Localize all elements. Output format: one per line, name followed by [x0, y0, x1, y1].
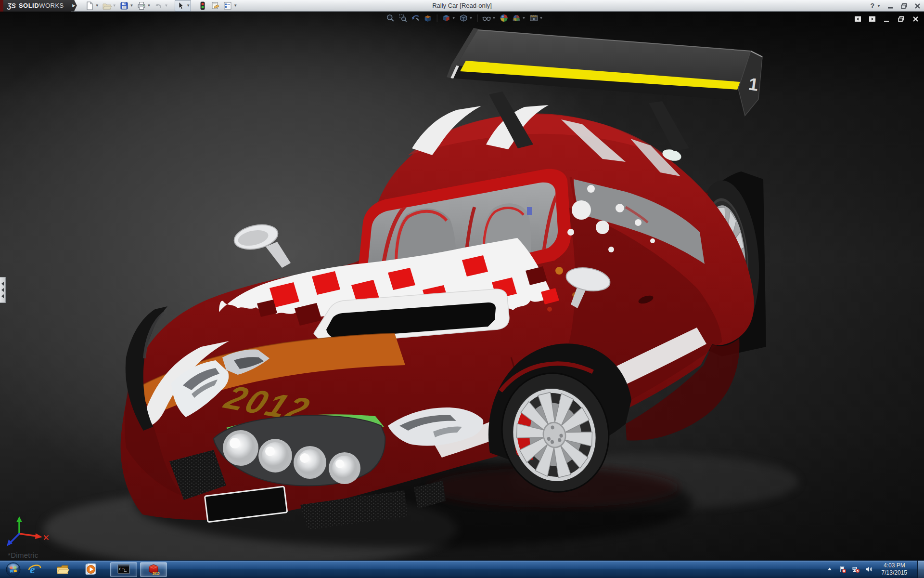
- brand-text: SOLIDWORKS: [19, 2, 64, 9]
- undo-dropdown-arrow[interactable]: ▼: [164, 3, 168, 8]
- window-controls: ? ▼: [871, 0, 921, 12]
- previous-view-icon: [411, 13, 420, 23]
- apply-scene-button[interactable]: ▼: [512, 13, 526, 23]
- edit-appearance-button[interactable]: [499, 13, 508, 23]
- action-center-icon[interactable]: [839, 565, 847, 573]
- doc-restore-button[interactable]: [898, 15, 905, 23]
- apply-scene-icon: [512, 13, 521, 23]
- display-style-dropdown-arrow[interactable]: ▼: [469, 16, 473, 20]
- display-style-button[interactable]: ▼: [459, 13, 473, 23]
- rebuild-traffic-light-icon: [198, 1, 207, 11]
- new-dropdown-arrow[interactable]: ▼: [95, 3, 99, 8]
- print-icon: [137, 1, 146, 11]
- rally-car-model: 2012: [0, 12, 924, 560]
- brand-accent: [0, 0, 3, 12]
- undo-button[interactable]: ▼: [153, 0, 169, 12]
- media-player-icon: [84, 563, 97, 576]
- taskbar-clock[interactable]: 4:03 PM 7/13/2015: [882, 562, 907, 577]
- orientation-triad: [7, 516, 48, 546]
- show-desktop-button[interactable]: [917, 561, 924, 578]
- doc-close-button[interactable]: [912, 15, 919, 23]
- taskbar-internet-explorer[interactable]: e: [27, 562, 42, 577]
- mirror-left: [232, 221, 291, 268]
- options-button[interactable]: ▼: [222, 0, 238, 12]
- section-view-button[interactable]: [424, 13, 433, 23]
- show-left-pane-button[interactable]: [854, 15, 861, 23]
- file-properties-button[interactable]: [209, 0, 221, 12]
- help-button[interactable]: ?: [871, 2, 875, 10]
- view-orientation-dropdown-arrow[interactable]: ▼: [452, 16, 456, 20]
- clock-date: 7/13/2015: [882, 569, 907, 577]
- open-dropdown-arrow[interactable]: ▼: [113, 3, 116, 8]
- clock-time: 4:03 PM: [882, 562, 907, 569]
- view-settings-dropdown-arrow[interactable]: ▼: [539, 16, 543, 20]
- view-settings-button[interactable]: ▼: [529, 13, 543, 23]
- open-button[interactable]: ▼: [101, 0, 117, 12]
- undo-arrow-icon: [154, 1, 163, 11]
- zoom-to-fit-icon: [386, 13, 395, 23]
- print-dropdown-arrow[interactable]: ▼: [147, 3, 151, 8]
- select-button[interactable]: ▼: [175, 0, 191, 12]
- view-orientation-button[interactable]: ▼: [442, 13, 456, 23]
- headsup-separator: [437, 14, 437, 22]
- view-orientation-label: *Dimetric: [8, 551, 38, 559]
- save-button[interactable]: ▼: [118, 0, 135, 12]
- folder-icon: [56, 563, 69, 576]
- file-properties-icon: [210, 1, 220, 11]
- section-view-icon: [424, 13, 433, 23]
- solidworks-window: ƷS SOLIDWORKS ▶ ▼ ▼ ▼ ▼ ▼: [0, 0, 924, 578]
- viewport-canvas[interactable]: ▼ ▼ ▼ ▼ ▼: [0, 12, 924, 560]
- hide-show-items-button[interactable]: ▼: [482, 13, 496, 23]
- network-status-icon[interactable]: [852, 565, 860, 573]
- show-right-pane-button[interactable]: [869, 15, 876, 23]
- collapse-arrow-icon: [1, 282, 4, 286]
- previous-view-button[interactable]: [411, 13, 420, 23]
- cmd-icon-text: C:\: [119, 567, 126, 571]
- restore-button[interactable]: [900, 2, 908, 10]
- taskbar-windows-explorer[interactable]: [55, 562, 70, 577]
- view-orientation-icon: [442, 13, 451, 23]
- close-button[interactable]: [914, 2, 921, 10]
- command-prompt-icon: C:\: [117, 564, 130, 575]
- taskbar-media-player[interactable]: [83, 562, 98, 577]
- taskbar-command-prompt[interactable]: C:\: [110, 562, 137, 577]
- 3ds-logo-mark: ƷS: [7, 2, 16, 10]
- collapse-arrow-icon: [1, 294, 4, 298]
- options-dropdown-arrow[interactable]: ▼: [233, 3, 237, 8]
- menu-flyout-button[interactable]: ▶: [71, 0, 77, 12]
- rebuild-button[interactable]: [197, 0, 208, 12]
- start-button[interactable]: [6, 562, 21, 577]
- doc-minimize-button[interactable]: [883, 15, 890, 23]
- internet-explorer-icon: e: [28, 563, 41, 576]
- window-title: Rally Car [Read-only]: [432, 0, 492, 12]
- view-settings-icon: [529, 13, 538, 23]
- document-window-controls: [854, 15, 919, 23]
- zoom-to-fit-button[interactable]: [386, 13, 395, 23]
- minimize-button[interactable]: [887, 2, 894, 10]
- print-button[interactable]: ▼: [136, 0, 152, 12]
- feature-manager-collapsed-tab[interactable]: [0, 277, 6, 303]
- zoom-to-area-icon: [398, 13, 408, 23]
- save-dropdown-arrow[interactable]: ▼: [130, 3, 134, 8]
- apply-scene-dropdown-arrow[interactable]: ▼: [522, 16, 526, 20]
- help-dropdown-arrow[interactable]: ▼: [877, 4, 881, 8]
- solidworks-logo: ƷS SOLIDWORKS: [3, 0, 71, 12]
- svg-text:e: e: [30, 563, 35, 576]
- new-document-icon: [85, 1, 94, 11]
- show-hidden-icons-button[interactable]: [826, 565, 834, 573]
- new-button[interactable]: ▼: [84, 0, 100, 12]
- select-cursor-icon: [176, 1, 185, 11]
- display-style-icon: [459, 13, 468, 23]
- windows-taskbar: e: [0, 560, 924, 578]
- select-dropdown-arrow[interactable]: ▼: [186, 3, 190, 8]
- options-checklist-icon: [223, 1, 232, 11]
- sw-icon-year: 2015: [153, 572, 160, 575]
- headsup-separator: [477, 14, 478, 22]
- zoom-to-area-button[interactable]: [398, 13, 408, 23]
- solidworks-2015-icon: 2015: [147, 564, 160, 575]
- volume-icon[interactable]: [865, 565, 873, 573]
- taskbar-solidworks-2015[interactable]: 2015: [140, 562, 167, 577]
- hide-show-items-dropdown-arrow[interactable]: ▼: [492, 16, 496, 20]
- edit-appearance-icon: [499, 13, 508, 23]
- hide-show-items-icon: [482, 13, 491, 23]
